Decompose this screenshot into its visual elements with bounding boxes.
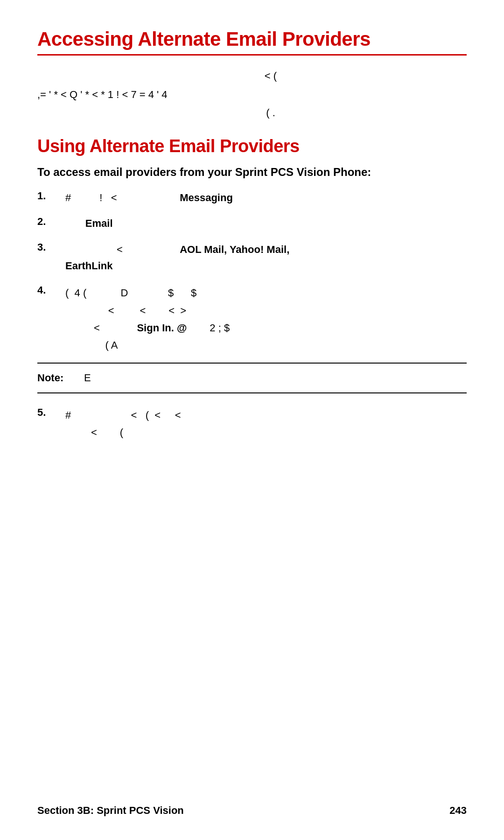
intro-line1: < ( [37, 67, 467, 85]
footer-left: Section 3B: Sprint PCS Vision [37, 805, 184, 817]
step-5: 5. # < ( < < < ( [37, 406, 467, 441]
step-4-content: ( 4 ( D $ $ < < < > < Sign In. @ 2 ; $ (… [65, 284, 467, 354]
step-4-line2: < < < > [65, 302, 467, 319]
step-3-number: 3. [37, 241, 65, 253]
intro-block: < ( ,= ' * < Q ' * < * 1 ! < 7 = 4 ' 4 (… [37, 67, 467, 122]
step-1-number: 1. [37, 190, 65, 202]
step-5-line2: < ( [65, 424, 467, 441]
footer: Section 3B: Sprint PCS Vision 243 [37, 805, 467, 817]
step-4-line1: ( 4 ( D $ $ [65, 284, 467, 301]
step-5-line1: # < ( < < [65, 406, 467, 424]
step-4-number: 4. [37, 284, 65, 296]
step-5-number: 5. [37, 406, 65, 419]
step-2: 2. Email [37, 216, 467, 231]
intro-line2: ,= ' * < Q ' * < * 1 ! < 7 = 4 ' 4 [37, 85, 467, 104]
step-2-keyword-email: Email [85, 217, 113, 229]
steps-list: 1. # ! < Messaging 2. Email 3. < AOL Mai… [37, 190, 467, 354]
section-description: To access email providers from your Spri… [37, 166, 467, 179]
intro-line3: ( . [37, 104, 467, 122]
step-1-content: # ! < Messaging [65, 190, 467, 205]
step-4-line3: < Sign In. @ 2 ; $ [65, 319, 467, 336]
section-title: Using Alternate Email Providers [37, 136, 467, 156]
step-4-keyword-signin: Sign In. @ [137, 322, 187, 334]
step-4-line4: ( A [65, 336, 467, 354]
footer-right: 243 [449, 805, 467, 817]
note-content: E [84, 372, 467, 384]
step-1: 1. # ! < Messaging [37, 190, 467, 205]
step-3-keyword-earthlink: EarthLink [65, 260, 112, 272]
step-3-keyword-providers: AOL Mail, Yahoo! Mail, [180, 244, 289, 255]
step-3-line1: < AOL Mail, Yahoo! Mail, [65, 241, 467, 258]
step-3: 3. < AOL Mail, Yahoo! Mail, EarthLink [37, 241, 467, 274]
step-2-number: 2. [37, 216, 65, 228]
note-box: Note: E [37, 363, 467, 393]
page-title: Accessing Alternate Email Providers [37, 28, 467, 56]
step-2-content: Email [65, 216, 467, 231]
note-label: Note: [37, 372, 84, 384]
step-5-content: # < ( < < < ( [65, 406, 467, 441]
step-3-content: < AOL Mail, Yahoo! Mail, EarthLink [65, 241, 467, 274]
step-1-keyword-messaging: Messaging [180, 192, 233, 203]
step-4: 4. ( 4 ( D $ $ < < < > < Sign In. @ 2 ; … [37, 284, 467, 354]
step-3-line2: EarthLink [65, 258, 467, 274]
